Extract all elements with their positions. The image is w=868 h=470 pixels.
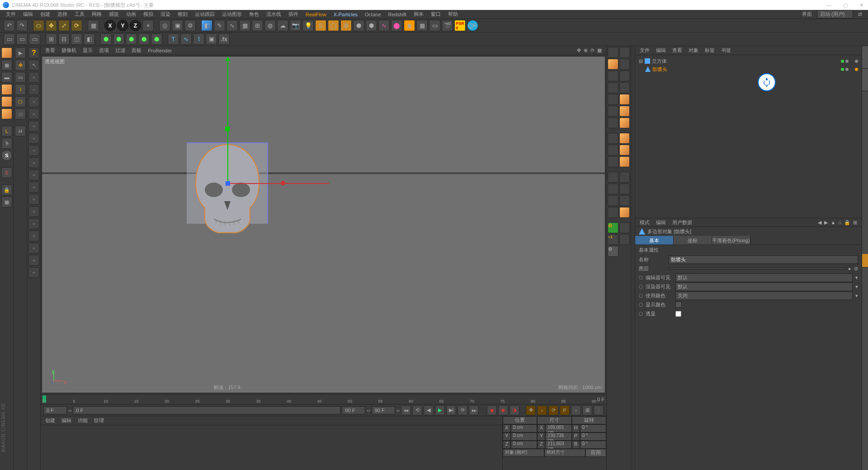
cube-icon[interactable] bbox=[1, 47, 12, 58]
menu-animate[interactable]: 动画 bbox=[123, 10, 139, 19]
rpal-28[interactable] bbox=[619, 222, 630, 233]
plugin-screen[interactable]: ▭ bbox=[429, 20, 440, 31]
arrow-icon[interactable]: ↖ bbox=[28, 60, 39, 70]
move-cross-icon[interactable]: ✥ bbox=[15, 60, 26, 70]
menu-select[interactable]: 选择 bbox=[54, 10, 71, 19]
rpal-1[interactable] bbox=[608, 47, 618, 58]
primitive-pen[interactable]: ✎ bbox=[214, 20, 225, 31]
attr-editvis-select[interactable]: 默认 bbox=[675, 273, 853, 282]
recycle-icon[interactable]: ♻ bbox=[608, 222, 618, 233]
mo-effector-1[interactable]: ⬢ bbox=[100, 33, 112, 45]
current-frame-stepper[interactable]: ‹› bbox=[367, 408, 370, 413]
plugin-octane[interactable]: ◉ bbox=[404, 20, 415, 31]
menu-redshift[interactable]: Redshift bbox=[385, 11, 410, 18]
key-scale-icon[interactable]: ▫ bbox=[537, 405, 547, 415]
mo-cloner[interactable]: ⊞ bbox=[46, 33, 57, 45]
primitive-cube[interactable]: ◧ bbox=[201, 20, 212, 31]
vp-nav-zoom-icon[interactable]: ⊕ bbox=[584, 47, 588, 53]
rpal-20[interactable] bbox=[608, 172, 618, 183]
redo-button[interactable]: ↷ bbox=[16, 20, 28, 31]
lasso-icon[interactable]: ⌇ bbox=[15, 84, 26, 95]
objtab-tags[interactable]: 标签 bbox=[705, 47, 715, 54]
key-bullet[interactable] bbox=[639, 285, 643, 289]
range-field[interactable]: 0 F bbox=[73, 406, 340, 414]
range-start-stepper[interactable]: ‹› bbox=[68, 408, 71, 413]
plugin-dynamic[interactable]: ⬤ bbox=[391, 20, 402, 31]
rpal-16[interactable] bbox=[608, 145, 618, 155]
rpal-10[interactable] bbox=[608, 106, 618, 117]
settings-gear-icon[interactable]: ⚙ bbox=[608, 246, 618, 257]
poly-sel-icon[interactable]: ⬠ bbox=[15, 96, 26, 107]
mo-fracture[interactable]: ◫ bbox=[71, 33, 82, 45]
snap-4[interactable]: ▫ bbox=[28, 108, 39, 119]
size-z[interactable]: 211.603 cm bbox=[545, 441, 571, 449]
mo-spline[interactable]: ⌇ bbox=[193, 33, 204, 45]
recent-tool[interactable]: ▦ bbox=[88, 20, 99, 31]
mo-extrude[interactable]: ▣ bbox=[206, 33, 217, 45]
keyopts-button[interactable]: ◑ bbox=[509, 405, 519, 415]
dropdown-icon[interactable]: ▾ bbox=[855, 293, 858, 299]
attr-lock-icon[interactable]: 🔒 bbox=[844, 220, 850, 226]
rpal-3[interactable] bbox=[619, 59, 630, 70]
rpal-17[interactable] bbox=[619, 145, 630, 155]
primitive-spline[interactable]: ∿ bbox=[226, 20, 238, 31]
snap-1[interactable]: ▫ bbox=[28, 72, 39, 83]
vp-nav-rotate-icon[interactable]: ⟳ bbox=[590, 47, 594, 53]
pos-z[interactable]: 0 cm bbox=[511, 441, 537, 449]
mo-effector-5[interactable]: ⬢ bbox=[151, 33, 162, 45]
obj-item-cube[interactable]: ⊟ 立方体 bbox=[639, 57, 858, 65]
grid-icon[interactable]: ▦ bbox=[1, 197, 12, 207]
camera[interactable]: 📷 bbox=[290, 20, 301, 31]
vp-options[interactable]: 选项 bbox=[99, 47, 109, 54]
plugin-2[interactable]: ⬢ bbox=[366, 20, 377, 31]
rpal-pen-icon[interactable] bbox=[608, 59, 618, 70]
axis-l-icon[interactable]: L bbox=[1, 126, 12, 136]
rpal-23[interactable] bbox=[619, 183, 630, 194]
range-start[interactable]: 0 F bbox=[43, 406, 67, 414]
axis-z-toggle[interactable]: Z bbox=[130, 20, 141, 31]
menu-plugins[interactable]: 插件 bbox=[285, 10, 302, 19]
mat-texture[interactable]: 纹理 bbox=[94, 417, 104, 424]
current-frame[interactable]: 90 F bbox=[342, 406, 365, 414]
axis-y-handle[interactable] bbox=[225, 127, 230, 131]
layer-picker-icon[interactable]: ▸ bbox=[849, 266, 851, 272]
rpal-5[interactable] bbox=[619, 70, 630, 81]
snap-17[interactable]: ▫ bbox=[28, 267, 39, 278]
key-bullet[interactable] bbox=[639, 312, 643, 316]
lock-icon[interactable]: 🔒 bbox=[1, 184, 12, 195]
key-pla-icon[interactable]: ▫ bbox=[571, 405, 581, 415]
rpal-14[interactable] bbox=[608, 133, 618, 144]
timeline-ruler[interactable]: 051015202530354045505560657075808590 0 F bbox=[41, 394, 606, 404]
rot-p[interactable]: 0 ° bbox=[580, 432, 606, 441]
key-bullet[interactable] bbox=[639, 294, 643, 298]
rpal-7[interactable] bbox=[619, 82, 630, 93]
rpal-27[interactable] bbox=[619, 207, 630, 218]
mat-edit[interactable]: 编辑 bbox=[61, 417, 71, 424]
sidebar-tab-2[interactable] bbox=[862, 69, 868, 91]
mat-create[interactable]: 创建 bbox=[45, 417, 55, 424]
rpal-29[interactable] bbox=[619, 234, 630, 245]
object-mode[interactable] bbox=[1, 96, 12, 107]
snap-3[interactable]: ▫ bbox=[28, 96, 39, 107]
rpal-26[interactable] bbox=[608, 207, 618, 218]
range-end-stepper[interactable]: ‹› bbox=[396, 408, 400, 413]
mo-effector-4[interactable]: ⬢ bbox=[138, 33, 150, 45]
menu-mograph[interactable]: 运动图形 bbox=[219, 10, 245, 19]
mo-instance[interactable]: ◧ bbox=[84, 33, 95, 45]
range-end[interactable]: 90 F bbox=[372, 406, 395, 414]
attr-name-field[interactable]: 骷髅头 bbox=[669, 255, 858, 264]
plugin-wire[interactable]: ▦ bbox=[416, 20, 428, 31]
snap-16[interactable]: ▫ bbox=[28, 255, 39, 266]
size-x[interactable]: 165.001 cm bbox=[545, 424, 571, 432]
attrtab-userdata[interactable]: 用户数据 bbox=[672, 219, 692, 226]
mo-matrix[interactable]: ⊟ bbox=[58, 33, 70, 45]
rect-sel-icon[interactable]: ▭ bbox=[15, 72, 26, 83]
next-frame-button[interactable]: ▶| bbox=[446, 405, 456, 415]
psr-button[interactable]: PSR0 bbox=[454, 20, 466, 31]
snap-15[interactable]: ▫ bbox=[28, 243, 39, 254]
menu-xparticles[interactable]: X-Particles bbox=[330, 11, 361, 18]
undo-button[interactable]: ↶ bbox=[4, 20, 15, 31]
objtab-objects[interactable]: 对象 bbox=[689, 47, 698, 54]
rpal-15[interactable] bbox=[619, 133, 630, 144]
goto-end-button[interactable]: ⏭ bbox=[469, 405, 479, 415]
